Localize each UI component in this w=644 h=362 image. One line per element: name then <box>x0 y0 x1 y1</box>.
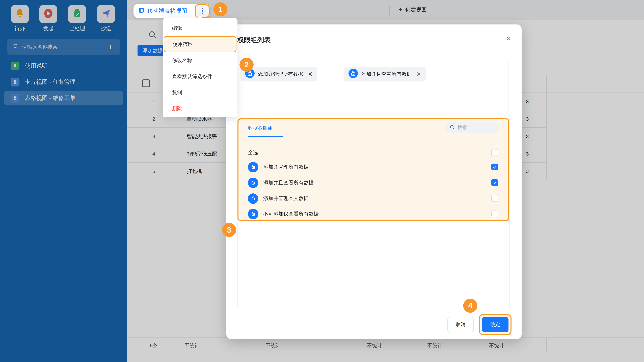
ok-button[interactable]: 确定 <box>482 317 508 332</box>
menu-item-label: 复制 <box>172 89 182 96</box>
group-row: 添加并且查看所有数据 <box>248 177 498 188</box>
cancel-label: 取消 <box>456 322 466 328</box>
step-1-badge: 1 <box>213 2 228 16</box>
lock-icon <box>248 177 258 188</box>
menu-item-duplicate[interactable]: 复制 <box>163 84 238 100</box>
search-icon <box>450 124 455 131</box>
menu-item-usage-scope[interactable]: 使用范围 <box>164 36 236 52</box>
lock-icon <box>248 193 258 204</box>
lock-icon <box>248 162 258 172</box>
lock-icon <box>248 209 258 219</box>
view-menu-highlight-ring <box>195 4 210 18</box>
lock-icon <box>348 69 358 79</box>
menu-item-label: 删除 <box>172 105 182 112</box>
selected-groups-container: 添加并管理所有数据 ✕ 添加并且查看所有数据 ✕ <box>237 62 508 113</box>
ok-label: 确定 <box>490 322 500 328</box>
tag-label: 添加并管理所有数据 <box>258 71 303 77</box>
menu-item-label: 编辑 <box>172 25 182 31</box>
remove-tag-icon[interactable]: ✕ <box>308 70 313 78</box>
group-name: 添加并管理本人数据 <box>263 195 492 202</box>
view-options-menu: 编辑 使用范围 修改名称 查看默认筛选条件 复制 删除 <box>163 18 238 117</box>
menu-item-default-filters[interactable]: 查看默认筛选条件 <box>163 68 238 84</box>
group-row: 添加并管理所有数据 <box>248 161 498 173</box>
step-3-badge: 3 <box>222 223 236 237</box>
tag-label: 添加并且查看所有数据 <box>361 71 412 77</box>
current-view-tab[interactable]: 移动端表格视图 <box>134 4 210 18</box>
view-menu-kebab-button[interactable] <box>197 6 207 16</box>
table-view-icon <box>138 7 144 15</box>
group-checkbox-checked[interactable] <box>492 179 498 186</box>
active-tab-underline <box>248 136 283 137</box>
menu-item-label: 查看默认筛选条件 <box>172 73 212 80</box>
current-view-tab-label: 移动端表格视图 <box>147 7 187 15</box>
group-checkbox-checked[interactable] <box>492 164 498 170</box>
modal-title: 权限组列表 <box>237 35 271 44</box>
group-search-placeholder: 搜索 <box>458 125 467 131</box>
group-search-input[interactable]: 搜索 <box>445 122 499 133</box>
menu-item-label: 修改名称 <box>172 57 192 63</box>
selected-group-tag[interactable]: 添加并且查看所有数据 ✕ <box>344 67 426 81</box>
data-permission-panel: 数据权限组 搜索 全选 添加并管理所有数据 <box>238 118 509 221</box>
group-row: 添加并管理本人数据 <box>248 193 498 204</box>
ok-highlight-ring: 确定 <box>479 314 512 335</box>
remove-tag-icon[interactable]: ✕ <box>416 70 421 78</box>
permission-group-modal: 权限组列表 ✕ 添加并管理所有数据 ✕ 添加并且查看所有数据 ✕ 数据权限组 <box>226 24 522 339</box>
group-checkbox-unchecked[interactable] <box>492 195 498 202</box>
select-all-row: 全选 <box>248 147 498 158</box>
cancel-button[interactable]: 取消 <box>448 317 474 332</box>
close-icon[interactable]: ✕ <box>506 35 512 42</box>
group-name: 添加并且查看所有数据 <box>263 179 492 186</box>
kebab-icon <box>202 8 203 9</box>
menu-item-rename[interactable]: 修改名称 <box>163 52 238 68</box>
group-name: 不可添加仅查看所有数据 <box>263 211 492 217</box>
group-row: 不可添加仅查看所有数据 <box>248 208 498 220</box>
tab-data-permission-groups[interactable]: 数据权限组 <box>248 125 273 131</box>
menu-item-delete[interactable]: 删除 <box>163 100 238 117</box>
step-2-badge: 2 <box>240 58 254 72</box>
menu-item-label: 使用范围 <box>173 41 193 47</box>
menu-item-edit[interactable]: 编辑 <box>163 20 238 36</box>
footer-divider <box>226 312 522 312</box>
divider <box>226 54 522 54</box>
group-name: 添加并管理所有数据 <box>263 164 492 170</box>
group-checkbox-unchecked[interactable] <box>492 211 498 217</box>
step-4-badge: 4 <box>463 299 477 313</box>
select-all-label: 全选 <box>248 149 492 156</box>
select-all-checkbox[interactable] <box>492 149 498 156</box>
